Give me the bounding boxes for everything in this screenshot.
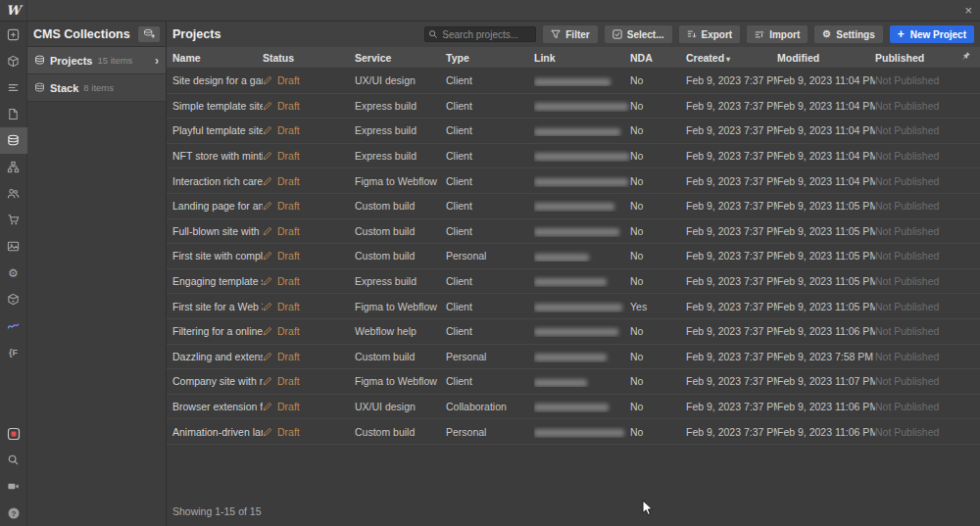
table-row[interactable]: NFT store with mintin...DraftExpress bui… [167,144,980,169]
cell-type: Personal [446,426,534,438]
pencil-icon [263,75,272,85]
table-body: Site design for a gami...DraftUX/UI desi… [167,69,980,445]
import-button[interactable]: Import [747,25,808,43]
filter-button[interactable]: Filter [543,25,597,43]
status-badge: Draft [277,301,300,312]
table-row[interactable]: Animation-driven landi...DraftCustom bui… [167,419,980,445]
cell-created: Feb 9, 2023 7:37 PM [686,250,777,262]
table-row[interactable]: Dazzling and extensiv...DraftCustom buil… [167,345,980,370]
cell-created: Feb 9, 2023 7:37 PM [686,301,777,312]
table-row[interactable]: Browser extension for ...DraftUX/UI desi… [167,395,980,420]
cell-link [534,175,630,187]
search-icon[interactable] [0,447,27,473]
column-header-published[interactable]: Published [875,52,956,64]
table-row[interactable]: First site for a Web 3 ...DraftFigma to … [167,294,980,319]
cell-created: Feb 9, 2023 7:37 PM [686,351,777,362]
cell-status: Draft [263,401,355,412]
cell-service: Figma to Webflow [355,175,446,187]
cell-type: Client [446,74,534,86]
column-header-name[interactable]: Name [172,52,263,64]
logic-icon[interactable] [0,312,27,339]
add-collection-button[interactable] [138,26,160,42]
help-icon[interactable]: ? [0,500,27,526]
collection-count: 8 items [83,82,114,93]
cell-modified: Feb 9, 2023 11:07 PM [777,375,875,387]
cell-nda: No [630,124,686,136]
chevron-right-icon: › [155,54,159,68]
table-row[interactable]: Filtering for a online e...DraftWebflow … [167,319,980,345]
sidebar-item-projects[interactable]: Projects 15 items › [27,47,166,74]
cell-service: Custom build [355,250,446,262]
cell-nda: No [630,175,686,187]
column-header-nda[interactable]: NDA [630,52,686,64]
pages-icon[interactable] [0,101,27,127]
filter-icon [551,29,561,39]
collection-label: Projects [50,55,92,67]
webflow-cms-window: W × ⚙ [0,0,980,526]
cell-created: Feb 9, 2023 7:37 PM [686,150,777,162]
sidebar-item-stack[interactable]: Stack 8 items [27,74,166,102]
cell-service: Express build [355,124,446,136]
cell-name: Playful template site f... [172,124,263,136]
settings-button[interactable]: ⚙ Settings [814,25,882,43]
table-row[interactable]: First site with complex...DraftCustom bu… [167,244,980,269]
column-header-created[interactable]: Created▾ [686,52,777,64]
cell-link [534,301,630,312]
pencil-icon [263,376,272,386]
ecommerce-cart-icon[interactable] [0,207,27,233]
column-header-link[interactable]: Link [534,52,630,64]
settings-gear-icon[interactable]: ⚙ [0,260,27,286]
column-header-modified[interactable]: Modified [777,52,875,64]
cell-service: Express build [355,150,446,162]
users-icon[interactable] [0,180,27,207]
webflow-logo[interactable]: W [0,0,27,22]
column-header-type[interactable]: Type [446,52,534,64]
cell-created: Feb 9, 2023 7:37 PM [686,275,777,287]
redacted-link [534,78,611,86]
pencil-icon [263,402,272,411]
table-row[interactable]: Company site with mu...DraftFigma to Web… [167,369,980,395]
new-project-button[interactable]: + New Project [890,25,974,43]
table-row[interactable]: Simple template site f...DraftExpress bu… [167,94,980,120]
cell-status: Draft [263,325,355,337]
pin-icon[interactable] [960,51,980,64]
navigator-icon[interactable] [0,74,27,101]
search-input[interactable] [424,26,536,42]
assets-icon[interactable] [0,233,27,260]
record-icon[interactable] [0,420,27,447]
components-cube-icon[interactable] [0,48,27,74]
select-button[interactable]: Select... [605,25,672,43]
cell-name: First site for a Web 3 ... [172,301,263,312]
cell-nda: No [630,100,686,112]
cell-nda: No [630,250,686,262]
table-row[interactable]: Landing page for an in...DraftCustom bui… [167,194,980,219]
cms-database-icon[interactable] [0,127,27,154]
cell-service: Figma to Webflow [355,375,446,387]
cell-link [534,100,630,112]
status-badge: Draft [277,325,300,337]
cell-link [534,426,630,438]
column-header-service[interactable]: Service [355,52,446,64]
cell-published: Not Published [875,124,956,136]
cell-modified: Feb 9, 2023 11:05 PM [777,250,875,262]
close-icon[interactable]: × [964,3,972,18]
table-row[interactable]: Full-blown site with mi...DraftCustom bu… [167,219,980,245]
cell-link [534,150,630,162]
redacted-link [534,328,618,336]
table-row[interactable]: Interaction rich career ...DraftFigma to… [167,168,980,194]
variables-icon[interactable]: {F [0,339,27,365]
cell-nda: No [630,200,686,212]
table-row[interactable]: Site design for a gami...DraftUX/UI desi… [167,69,980,94]
cell-name: First site with complex... [172,250,263,262]
cell-name: Dazzling and extensiv... [172,351,263,362]
table-row[interactable]: Playful template site f...DraftExpress b… [167,119,980,144]
table-row[interactable]: Engaging template sit...DraftExpress bui… [167,269,980,295]
add-icon[interactable] [0,22,27,48]
interactions-icon[interactable] [0,154,27,180]
apps-box-icon[interactable] [0,286,27,312]
video-icon[interactable] [0,473,27,500]
column-header-status[interactable]: Status [263,52,355,64]
cell-service: Custom build [355,426,446,438]
search-icon [428,29,438,39]
export-button[interactable]: Export [679,25,741,43]
